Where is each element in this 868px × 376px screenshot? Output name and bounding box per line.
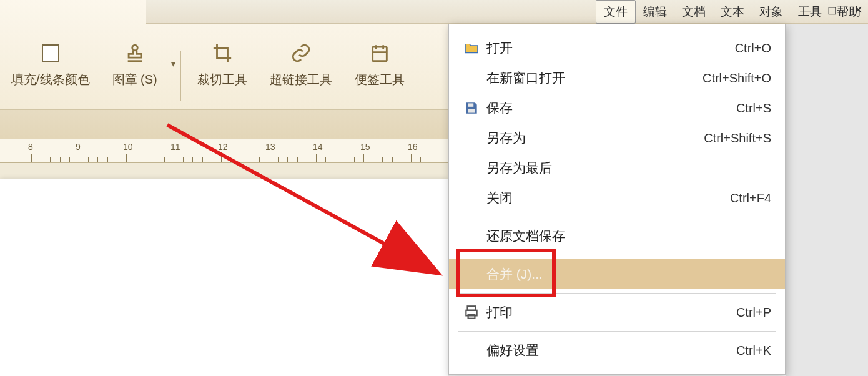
menu-item-merge-label: 合并 (J)...: [486, 265, 771, 283]
menubar-item-document[interactable]: 文档: [674, 1, 713, 23]
menu-item-revert[interactable]: 还原文档保存: [449, 221, 785, 251]
menu-item-merge[interactable]: 合并 (J)...: [449, 259, 785, 289]
minimize-button[interactable]: —: [799, 3, 812, 17]
ruler-number: 10: [123, 142, 133, 152]
ruler-number: 16: [408, 142, 418, 152]
ruler-tick: [192, 157, 193, 162]
menu-item-save-last-label: 另存为最后: [486, 159, 771, 177]
crop-button[interactable]: 裁切工具: [186, 34, 259, 94]
menubar: 文件 编辑 文档 文本 对象 工具 帮助 — ◻ ✕: [146, 0, 868, 24]
link-button[interactable]: 超链接工具: [259, 34, 343, 94]
rectangle-icon: [42, 44, 59, 62]
folder-open-icon: [463, 40, 480, 56]
ruler-tick: [164, 157, 165, 162]
ruler-tick: [269, 154, 269, 162]
ruler-tick: [363, 154, 364, 162]
right-panel: [786, 24, 868, 376]
ruler-tick: [354, 157, 355, 162]
ruler-tick: [183, 157, 184, 162]
menu-item-close[interactable]: 关闭 Ctrl+F4: [449, 183, 785, 213]
menu-item-close-label: 关闭: [486, 189, 730, 207]
ruler-number: 15: [360, 142, 370, 152]
ruler-tick: [259, 157, 260, 162]
ruler-tick: [392, 157, 393, 162]
maximize-button[interactable]: ◻: [825, 3, 839, 17]
menu-item-open-new-window[interactable]: 在新窗口打开 Ctrl+Shift+O: [449, 63, 785, 93]
ruler-tick: [155, 157, 155, 162]
menu-separator: [458, 293, 776, 294]
ruler-tick: [31, 154, 32, 162]
menu-item-save-as[interactable]: 另存为 Ctrl+Shift+S: [449, 123, 785, 153]
ruler-tick: [287, 157, 288, 162]
menu-item-prefs-label: 偏好设置: [486, 342, 736, 359]
menu-item-open-label: 打开: [486, 39, 735, 57]
ruler-tick: [60, 157, 61, 162]
ruler-tick: [325, 157, 326, 162]
ruler-tick: [174, 154, 174, 162]
menu-item-open-new-label: 在新窗口打开: [486, 69, 703, 87]
menubar-item-object[interactable]: 对象: [752, 1, 791, 23]
note-button[interactable]: 便签工具: [343, 34, 416, 94]
ruler-tick: [345, 157, 345, 162]
stamp-label: 图章 (S): [112, 71, 157, 88]
save-icon: [463, 100, 480, 116]
menu-item-save-last[interactable]: 另存为最后: [449, 153, 785, 183]
note-icon: [369, 42, 390, 64]
ruler-tick: [145, 157, 145, 162]
ruler-number: 8: [28, 142, 33, 152]
menu-item-open-accel: Ctrl+O: [735, 41, 771, 56]
document-page[interactable]: [0, 179, 448, 376]
ruler-tick: [440, 157, 440, 162]
ruler-tick: [79, 154, 79, 162]
ruler-tick: [278, 157, 279, 162]
file-menu-dropdown: 打开 Ctrl+O 在新窗口打开 Ctrl+Shift+O 保存 Ctrl+S …: [448, 24, 786, 375]
stamp-icon: [124, 42, 145, 64]
ruler-tick: [307, 157, 307, 162]
note-label: 便签工具: [355, 71, 405, 88]
menu-item-preferences[interactable]: 偏好设置 Ctrl+K: [449, 335, 785, 365]
menu-item-open-new-accel: Ctrl+Shift+O: [703, 71, 771, 86]
menu-item-save-accel: Ctrl+S: [736, 101, 771, 116]
fill-color-button[interactable]: 填充/线条颜色: [0, 34, 101, 94]
ruler-number: 14: [313, 142, 323, 152]
menubar-item-file[interactable]: 文件: [596, 0, 636, 24]
menu-item-close-accel: Ctrl+F4: [730, 191, 771, 205]
ruler-tick: [250, 157, 250, 162]
menubar-item-text[interactable]: 文本: [713, 1, 752, 23]
fill-color-label: 填充/线条颜色: [11, 71, 90, 88]
crop-icon: [212, 42, 233, 64]
ruler-tick: [402, 157, 402, 162]
menu-item-save-label: 保存: [486, 99, 736, 117]
svg-rect-3: [468, 109, 475, 113]
stamp-button[interactable]: 图章 (S): [101, 34, 169, 94]
link-icon: [290, 42, 312, 64]
ruler-tick: [136, 157, 136, 162]
stamp-dropdown-caret[interactable]: ▾: [169, 59, 175, 69]
svg-rect-1: [372, 47, 387, 61]
ruler-tick: [316, 154, 317, 162]
printer-icon: [463, 304, 480, 320]
menu-item-save-as-label: 另存为: [486, 129, 704, 147]
ruler-tick: [297, 157, 298, 162]
ruler-tick: [411, 154, 412, 162]
menu-item-open[interactable]: 打开 Ctrl+O: [449, 33, 785, 63]
ruler-tick: [240, 157, 240, 162]
close-button[interactable]: ✕: [851, 3, 865, 17]
menubar-item-edit[interactable]: 编辑: [636, 1, 674, 23]
crop-label: 裁切工具: [197, 71, 247, 88]
toolbar-separator: [180, 51, 181, 101]
ruler-tick: [50, 157, 51, 162]
ruler-number: 13: [265, 142, 275, 152]
menu-item-print-accel: Ctrl+P: [736, 305, 771, 320]
ruler-tick: [221, 154, 222, 162]
ruler-tick: [97, 157, 98, 162]
document-tab-bar: [0, 109, 448, 139]
ruler-tick: [420, 157, 421, 162]
menu-item-print-label: 打印: [486, 304, 736, 321]
ruler-tick: [117, 157, 117, 162]
ruler-tick: [230, 157, 231, 162]
menu-item-save[interactable]: 保存 Ctrl+S: [449, 93, 785, 123]
ruler-tick: [382, 157, 383, 162]
link-label: 超链接工具: [270, 71, 332, 88]
menu-item-print[interactable]: 打印 Ctrl+P: [449, 297, 785, 327]
